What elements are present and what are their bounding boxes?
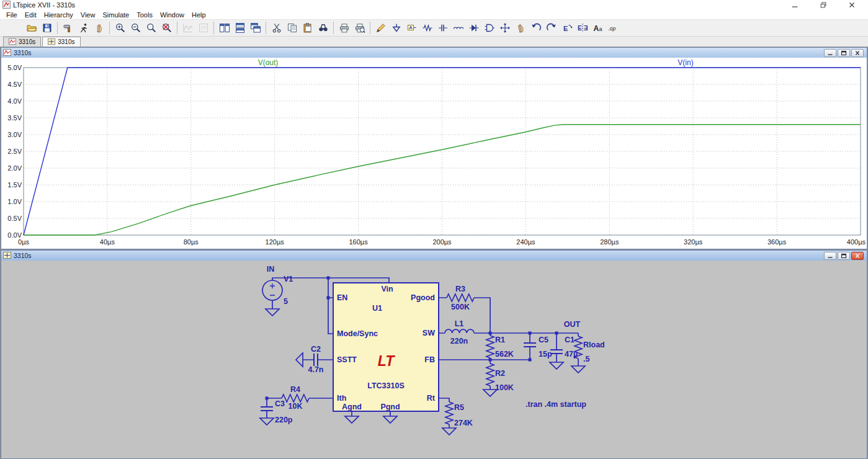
menu-file[interactable]: File [2, 11, 21, 19]
r4-value[interactable]: 10K [289, 402, 303, 411]
r1-name[interactable]: R1 [495, 336, 505, 344]
inductor-icon[interactable] [451, 21, 465, 35]
waveform-window: 3310s 0µs40µs80µs120µs160µs200µs240µs280… [1, 47, 867, 249]
svg-text:E: E [563, 25, 568, 32]
svg-text:1.5V: 1.5V [7, 181, 22, 189]
r2-name[interactable]: R2 [495, 369, 505, 378]
capacitor-icon[interactable] [436, 21, 450, 35]
menu-help[interactable]: Help [188, 11, 210, 19]
zoom-in-icon[interactable] [113, 21, 127, 35]
ground-icon[interactable] [389, 21, 403, 35]
resistor-icon[interactable] [420, 21, 434, 35]
run-icon[interactable] [76, 21, 91, 35]
waveform-plot[interactable]: 0µs40µs80µs120µs160µs200µs240µs280µs320µ… [1, 58, 867, 249]
c2-value[interactable]: 4.7n [308, 365, 323, 374]
zoom-out-icon[interactable] [128, 21, 143, 35]
component-u1[interactable] [333, 283, 439, 411]
l1-name[interactable]: L1 [455, 319, 464, 328]
print-icon[interactable] [337, 21, 351, 35]
rload-name[interactable]: Rload [583, 341, 605, 349]
c1-name[interactable]: C1 [565, 336, 575, 344]
open-icon[interactable] [24, 21, 38, 35]
r5-value[interactable]: 274K [454, 419, 473, 427]
r2-value[interactable]: 100K [495, 383, 514, 392]
zoom-back-icon[interactable] [144, 21, 158, 35]
spice-directive-icon[interactable]: .op [606, 21, 620, 35]
node-label-in[interactable]: IN [267, 265, 275, 274]
copy-icon[interactable] [285, 21, 299, 35]
svg-text:280µs: 280µs [600, 238, 619, 246]
paste-icon[interactable] [300, 21, 315, 35]
tile-vertical-icon[interactable] [217, 21, 231, 35]
c5-value[interactable]: 15p [539, 350, 552, 359]
diode-icon[interactable] [467, 21, 481, 35]
waveform-maximize-button[interactable] [838, 49, 850, 57]
rotate-icon[interactable]: E [560, 21, 574, 35]
undo-icon[interactable] [529, 21, 543, 35]
r5-name[interactable]: R5 [454, 403, 464, 412]
move-icon[interactable] [498, 21, 512, 35]
schematic-canvas[interactable]: IN OUT V1 5 Vin EN U1 Mode/Sync SSTT Ith… [1, 261, 867, 458]
menu-window[interactable]: Window [156, 11, 188, 19]
waveform-window-controls [824, 49, 865, 57]
node-label-out[interactable]: OUT [564, 320, 581, 329]
v1-value[interactable]: 5 [284, 297, 288, 306]
spice-directive-text[interactable]: .tran .4m startup [526, 400, 586, 409]
find-icon[interactable] [316, 21, 330, 35]
control-panel-icon[interactable] [61, 21, 75, 35]
v1-name[interactable]: V1 [284, 275, 293, 283]
label-net-icon[interactable] [405, 21, 419, 35]
c2-name[interactable]: C2 [311, 345, 321, 354]
print-preview-icon[interactable] [352, 21, 367, 35]
tab-label: 3310s [58, 38, 74, 45]
component-icon[interactable] [482, 21, 496, 35]
schematic-window-icon [3, 251, 11, 261]
minimize-button[interactable] [790, 0, 800, 10]
component-r5 [445, 402, 453, 424]
menu-hierarchy[interactable]: Hierarchy [40, 11, 77, 19]
rload-value[interactable]: .5 [583, 355, 589, 363]
menu-simulate[interactable]: Simulate [99, 11, 133, 19]
schematic-window-titlebar[interactable]: 3310s [1, 251, 867, 261]
title-bar[interactable]: LTspice XVII - 3310s [0, 0, 868, 10]
component-v1[interactable] [262, 280, 282, 300]
schematic-close-button[interactable] [851, 252, 864, 260]
r4-name[interactable]: R4 [290, 385, 300, 394]
u1-part-number[interactable]: LTC3310S [367, 381, 405, 390]
zoom-full-icon[interactable] [159, 21, 174, 35]
waveform-minimize-button[interactable] [824, 49, 836, 57]
tile-horizontal-icon[interactable] [233, 21, 247, 35]
c5-name[interactable]: C5 [539, 336, 548, 344]
tab-waveform[interactable]: 3310s [3, 37, 41, 47]
drag-icon[interactable] [513, 21, 527, 35]
waveform-close-button[interactable] [851, 49, 864, 57]
r1-value[interactable]: 562K [495, 350, 514, 359]
wire-icon[interactable] [374, 21, 388, 35]
c1-value[interactable]: 47µ [565, 350, 578, 359]
svg-text:360µs: 360µs [767, 238, 787, 246]
r3-name[interactable]: R3 [455, 285, 465, 293]
tab-schematic[interactable]: 3310s [42, 37, 80, 47]
save-icon[interactable] [40, 21, 54, 35]
restore-button[interactable] [818, 0, 828, 10]
text-icon[interactable]: Aa [591, 21, 605, 35]
halt-icon[interactable] [92, 21, 106, 35]
u1-pin-vin: Vin [381, 285, 393, 293]
waveform-window-titlebar[interactable]: 3310s [1, 48, 867, 58]
cascade-icon[interactable] [248, 21, 262, 35]
u1-name[interactable]: U1 [372, 304, 382, 313]
c3-name[interactable]: C3 [275, 399, 285, 408]
menu-view[interactable]: View [77, 11, 99, 19]
redo-icon[interactable] [544, 21, 558, 35]
l1-value[interactable]: 220n [450, 337, 468, 345]
tab-label: 3310s [19, 38, 35, 45]
menu-tools[interactable]: Tools [133, 11, 156, 19]
c3-value[interactable]: 220p [275, 416, 293, 424]
cut-icon[interactable] [269, 21, 284, 35]
schematic-minimize-button[interactable] [824, 252, 836, 260]
r3-value[interactable]: 500K [451, 303, 470, 311]
close-button[interactable] [847, 0, 857, 10]
menu-edit[interactable]: Edit [21, 11, 40, 19]
mirror-icon[interactable]: EE [575, 21, 589, 35]
schematic-maximize-button[interactable] [838, 252, 850, 260]
